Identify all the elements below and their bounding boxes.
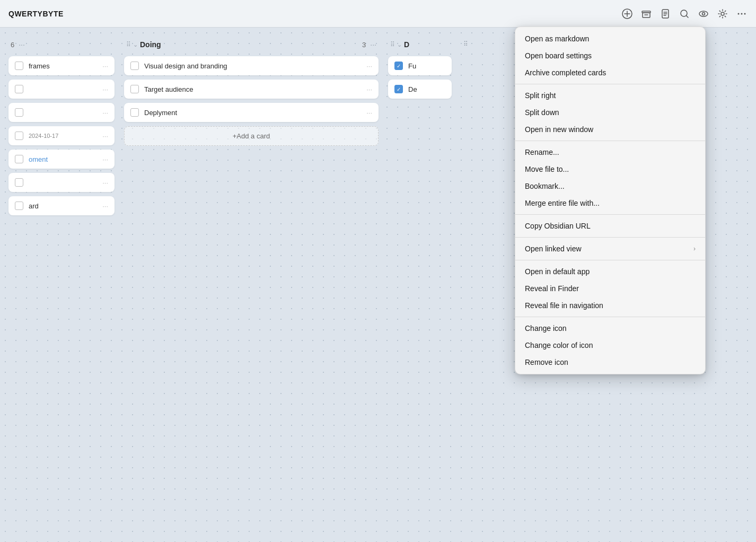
card-checkbox-target-audience[interactable] (130, 85, 139, 93)
menu-rename-label: Rename... (525, 148, 559, 156)
menu-move-file[interactable]: Move file to... (515, 161, 705, 178)
card-menu-frames[interactable]: ··· (102, 62, 108, 70)
card-frames: frames ··· (8, 56, 115, 75)
card-checkbox-date[interactable] (15, 132, 23, 140)
menu-change-icon[interactable]: Change icon (515, 320, 705, 337)
card-menu-2[interactable]: ··· (102, 85, 108, 93)
menu-copy-url-label: Copy Obsidian URL (525, 222, 591, 230)
menu-change-icon-label: Change icon (525, 324, 567, 333)
card-menu-visual-design[interactable]: ··· (366, 62, 372, 70)
menu-split-right-label: Split right (525, 91, 556, 100)
card-menu-link[interactable]: ··· (102, 155, 108, 163)
drag-handle-far-right[interactable]: ⠿ (463, 40, 468, 48)
card-checkbox-fu[interactable] (394, 62, 403, 70)
card-menu-ard[interactable]: ··· (102, 202, 108, 210)
menu-sep-5 (515, 260, 705, 260)
card-checkbox-frames[interactable] (15, 62, 23, 70)
card-menu-deplyment[interactable]: ··· (366, 109, 372, 117)
card-checkbox-6[interactable] (15, 178, 23, 187)
card-title-date: 2024-10-17 (29, 133, 98, 139)
document-icon[interactable] (660, 8, 671, 20)
card-left-3: ··· (8, 103, 115, 122)
menu-copy-url[interactable]: Copy Obsidian URL (515, 217, 705, 234)
eye-icon[interactable] (698, 8, 709, 20)
card-title-de: De (408, 85, 445, 93)
collapse-doing[interactable]: ⌄ (133, 41, 138, 48)
card-left-2: ··· (8, 80, 115, 99)
menu-remove-icon[interactable]: Remove icon (515, 354, 705, 371)
menu-board-settings[interactable]: Open board settings (515, 47, 705, 64)
menu-split-down-label: Split down (525, 108, 559, 117)
svg-point-17 (744, 13, 746, 14)
menu-open-linked-view-label: Open linked view (525, 244, 582, 253)
context-menu: Open as markdown Open board settings Arc… (515, 27, 706, 374)
menu-change-color-icon-label: Change color of icon (525, 341, 593, 349)
card-checkbox-ard[interactable] (15, 202, 23, 210)
menu-reveal-finder[interactable]: Reveal in Finder (515, 280, 705, 297)
column-doing: ⠿ ⌄ Doing 3 ··· Visual design and brandi… (124, 38, 379, 531)
card-title-frames: frames (29, 62, 98, 70)
card-menu-6[interactable]: ··· (102, 179, 108, 187)
menu-merge-file[interactable]: Merge entire file with... (515, 195, 705, 212)
column-menu-left[interactable]: ··· (19, 40, 25, 49)
menu-open-default-app[interactable]: Open in default app (515, 263, 705, 280)
column-count-left: 6 (11, 41, 14, 49)
menu-open-new-window[interactable]: Open in new window (515, 121, 705, 138)
card-checkbox-3[interactable] (15, 108, 23, 117)
card-title-link: oment (29, 155, 98, 163)
column-title-doing: Doing (140, 40, 362, 49)
menu-bookmark[interactable]: Bookmark... (515, 178, 705, 195)
card-checkbox-link[interactable] (15, 155, 23, 163)
column-left: 6 ··· frames ··· ··· ··· 2024-10-17 ··· (8, 38, 115, 531)
menu-remove-icon-label: Remove icon (525, 358, 568, 366)
card-menu-date[interactable]: ··· (102, 132, 108, 140)
svg-line-11 (687, 15, 689, 18)
card-deplyment: Deplyment ··· (124, 103, 379, 122)
card-checkbox-2[interactable] (15, 85, 23, 93)
card-target-audience: Target audience ··· (124, 80, 379, 99)
archive-icon[interactable] (640, 8, 652, 20)
menu-sep-1 (515, 84, 705, 84)
svg-point-14 (721, 12, 724, 15)
menu-change-color-icon[interactable]: Change color of icon (515, 337, 705, 354)
column-header-left: 6 ··· (8, 38, 115, 51)
menu-split-right[interactable]: Split right (515, 87, 705, 104)
card-ard: ard ··· (8, 196, 115, 215)
card-checkbox-visual-design[interactable] (130, 62, 139, 70)
card-fu: Fu (388, 56, 452, 75)
plus-icon[interactable] (621, 8, 633, 20)
menu-reveal-navigation[interactable]: Reveal file in navigation (515, 297, 705, 314)
card-menu-target-audience[interactable]: ··· (366, 85, 372, 93)
card-link: oment ··· (8, 150, 115, 169)
card-left-6: ··· (8, 173, 115, 192)
settings-icon[interactable] (717, 8, 728, 20)
card-de: De (388, 80, 452, 99)
menu-open-linked-view[interactable]: Open linked view › (515, 240, 705, 257)
menu-move-file-label: Move file to... (525, 165, 569, 173)
card-date: 2024-10-17 ··· (8, 126, 115, 145)
topbar-actions (621, 8, 748, 20)
add-card-doing[interactable]: +Add a card (124, 126, 379, 146)
more-icon[interactable] (736, 8, 748, 20)
menu-open-new-window-label: Open in new window (525, 125, 593, 134)
card-title-ard: ard (29, 202, 98, 210)
drag-handle-done[interactable]: ⠿ (390, 41, 395, 48)
card-checkbox-de[interactable] (394, 85, 403, 93)
card-menu-3[interactable]: ··· (102, 109, 108, 117)
search-icon[interactable] (679, 8, 690, 20)
menu-open-markdown-label: Open as markdown (525, 34, 589, 43)
column-menu-doing[interactable]: ··· (370, 40, 376, 49)
menu-rename[interactable]: Rename... (515, 144, 705, 161)
menu-split-down[interactable]: Split down (515, 104, 705, 121)
collapse-done[interactable]: ⌄ (397, 41, 402, 48)
menu-archive-completed[interactable]: Archive completed cards (515, 64, 705, 81)
menu-sep-2 (515, 141, 705, 141)
drag-handle-doing[interactable]: ⠿ (126, 41, 131, 48)
column-title-done: D (404, 40, 450, 49)
menu-open-markdown[interactable]: Open as markdown (515, 30, 705, 47)
card-checkbox-deplyment[interactable] (130, 108, 139, 117)
menu-sep-3 (515, 214, 705, 215)
menu-bookmark-label: Bookmark... (525, 182, 565, 190)
card-title-visual-design: Visual design and branding (144, 62, 362, 70)
column-count-doing: 3 (362, 41, 366, 49)
